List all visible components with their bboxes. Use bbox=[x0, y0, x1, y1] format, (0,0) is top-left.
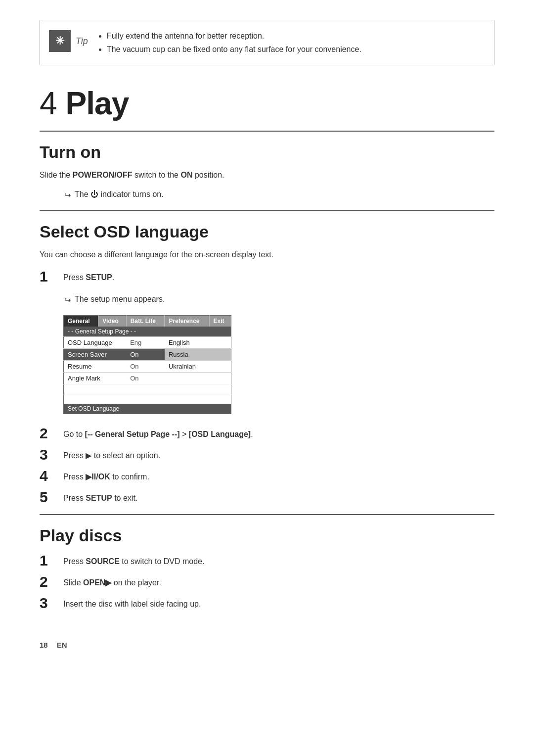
section-heading-play-discs: Play discs bbox=[40, 526, 494, 545]
osd-steps: 1 Press SETUP. bbox=[40, 268, 494, 284]
osd-step-3: 3 Press ▶ to select an option. bbox=[40, 446, 494, 463]
osd-step-5: 5 Press SETUP to exit. bbox=[40, 489, 494, 505]
osd-footer-row: Set OSD Language bbox=[64, 404, 231, 414]
osd-row-language-label: OSD Language bbox=[64, 336, 127, 348]
osd-blank-row-1 bbox=[64, 384, 231, 394]
osd-row-screensaver-option: Russia bbox=[165, 348, 231, 360]
osd-blank-row-2 bbox=[64, 394, 231, 404]
osd-step-4: 4 Press ▶II/OK to confirm. bbox=[40, 468, 494, 484]
step-text-1: Press SETUP. bbox=[63, 268, 114, 284]
tip-icon-group: ✳ Tip bbox=[49, 30, 88, 52]
osd-row-language-option: English bbox=[165, 336, 231, 348]
setup-exit-btn: SETUP bbox=[86, 494, 112, 502]
step-num-4: 4 bbox=[40, 468, 63, 484]
osd-row-anglemark-option bbox=[165, 372, 231, 384]
osd-header-row: General Video Batt. Life Preference Exit bbox=[64, 315, 231, 327]
osd-tab-general: General bbox=[64, 315, 98, 327]
tip-bullet-1: Fully extend the antenna for better rece… bbox=[107, 29, 482, 43]
osd-subheader-text: - - General Setup Page - - bbox=[64, 327, 231, 337]
step-num-3: 3 bbox=[40, 446, 63, 463]
osd-row-anglemark-label: Angle Mark bbox=[64, 372, 127, 384]
step-text-5: Press SETUP to exit. bbox=[63, 489, 137, 505]
play-discs-step-text-3: Insert the disc with label side facing u… bbox=[63, 595, 201, 611]
chapter-title: Play bbox=[66, 86, 129, 121]
arrow-icon-2: ↪ bbox=[64, 294, 71, 306]
source-btn: SOURCE bbox=[86, 557, 119, 566]
section-divider-turn-on bbox=[40, 131, 494, 132]
play-discs-step-num-3: 3 bbox=[40, 595, 63, 611]
page-footer: 18 EN bbox=[40, 641, 494, 649]
step1-result-text: The setup menu appears. bbox=[75, 293, 165, 305]
osd-row-language: OSD Language Eng English bbox=[64, 336, 231, 348]
tip-bullet-list: Fully extend the antenna for better rece… bbox=[96, 29, 482, 56]
section-divider-osd bbox=[40, 210, 494, 211]
step-text-3: Press ▶ to select an option. bbox=[63, 446, 160, 462]
poweron-label: POWERON/OFF bbox=[73, 171, 133, 179]
play-arrow-icon: ▶ bbox=[86, 451, 91, 460]
osd-row-anglemark-val: On bbox=[126, 372, 165, 384]
chapter-number: 4 bbox=[40, 86, 57, 121]
osd-footer-text: Set OSD Language bbox=[64, 404, 231, 414]
play-discs-step-text-2: Slide OPEN▶ on the player. bbox=[63, 573, 161, 589]
play-ok-btn: ▶II/OK bbox=[86, 472, 110, 481]
section-heading-osd: Select OSD language bbox=[40, 222, 494, 241]
language-label: EN bbox=[57, 641, 67, 649]
osd-row-resume-option: Ukrainian bbox=[165, 360, 231, 372]
osd-row-language-val: Eng bbox=[126, 336, 165, 348]
play-discs-step-3: 3 Insert the disc with label side facing… bbox=[40, 595, 494, 611]
osd-row-screensaver-label: Screen Saver bbox=[64, 348, 127, 360]
osd-step-1: 1 Press SETUP. bbox=[40, 268, 494, 284]
osd-row-resume-val: On bbox=[126, 360, 165, 372]
tip-star-icon: ✳ bbox=[49, 30, 71, 52]
tip-label: Tip bbox=[76, 36, 88, 47]
osd-tab-exit: Exit bbox=[209, 315, 231, 327]
turn-on-body: Slide the POWERON/OFF switch to the ON p… bbox=[40, 169, 494, 182]
osd-row-resume: Resume On Ukrainian bbox=[64, 360, 231, 372]
setup-btn-label: SETUP bbox=[86, 273, 112, 282]
step-num-2: 2 bbox=[40, 425, 63, 441]
play-discs-step-num-1: 1 bbox=[40, 552, 63, 568]
section-heading-turn-on: Turn on bbox=[40, 142, 494, 162]
osd-menu-screenshot: General Video Batt. Life Preference Exit… bbox=[63, 315, 231, 415]
page-number: 18 bbox=[40, 641, 48, 649]
tip-bullet-2: The vacuum cup can be fixed onto any fla… bbox=[107, 43, 482, 56]
osd-row-screensaver-val: On bbox=[126, 348, 165, 360]
tip-box: ✳ Tip Fully extend the antenna for bette… bbox=[40, 20, 494, 65]
play-discs-step-num-2: 2 bbox=[40, 573, 63, 590]
osd-row-resume-label: Resume bbox=[64, 360, 127, 372]
play-discs-step-2: 2 Slide OPEN▶ on the player. bbox=[40, 573, 494, 590]
chapter-heading: 4Play bbox=[40, 85, 494, 122]
osd-row-anglemark: Angle Mark On bbox=[64, 372, 231, 384]
turn-on-result-text: The ⏻ indicator turns on. bbox=[75, 189, 164, 200]
osd-intro: You can choose a different language for … bbox=[40, 248, 494, 261]
arrow-icon: ↪ bbox=[64, 189, 71, 201]
turn-on-result: ↪ The ⏻ indicator turns on. bbox=[64, 189, 494, 201]
play-discs-step-text-1: Press SOURCE to switch to DVD mode. bbox=[63, 552, 204, 568]
osd-step-2: 2 Go to [-- General Setup Page --] > [OS… bbox=[40, 425, 494, 441]
osd-step1-result: ↪ The setup menu appears. bbox=[64, 293, 494, 306]
osd-row-screensaver: Screen Saver On Russia bbox=[64, 348, 231, 360]
osd-steps-2-5: 2 Go to [-- General Setup Page --] > [OS… bbox=[40, 425, 494, 505]
step-text-4: Press ▶II/OK to confirm. bbox=[63, 468, 149, 483]
section-divider-play-discs bbox=[40, 514, 494, 515]
tip-content: Fully extend the antenna for better rece… bbox=[96, 29, 482, 56]
play-discs-steps: 1 Press SOURCE to switch to DVD mode. 2 … bbox=[40, 552, 494, 611]
osd-subheader-row: - - General Setup Page - - bbox=[64, 327, 231, 337]
osd-tab-video: Video bbox=[98, 315, 126, 327]
general-setup-label: [-- General Setup Page --] bbox=[85, 430, 180, 438]
osd-language-label: [OSD Language] bbox=[189, 430, 251, 438]
osd-table: General Video Batt. Life Preference Exit… bbox=[63, 315, 231, 415]
step-num-1: 1 bbox=[40, 268, 63, 284]
on-label: ON bbox=[180, 171, 192, 179]
osd-tab-batt: Batt. Life bbox=[126, 315, 165, 327]
step-num-5: 5 bbox=[40, 489, 63, 505]
osd-tab-preference: Preference bbox=[165, 315, 209, 327]
step-text-2: Go to [-- General Setup Page --] > [OSD … bbox=[63, 425, 253, 441]
play-discs-step-1: 1 Press SOURCE to switch to DVD mode. bbox=[40, 552, 494, 568]
open-btn: OPEN▶ bbox=[83, 578, 111, 587]
